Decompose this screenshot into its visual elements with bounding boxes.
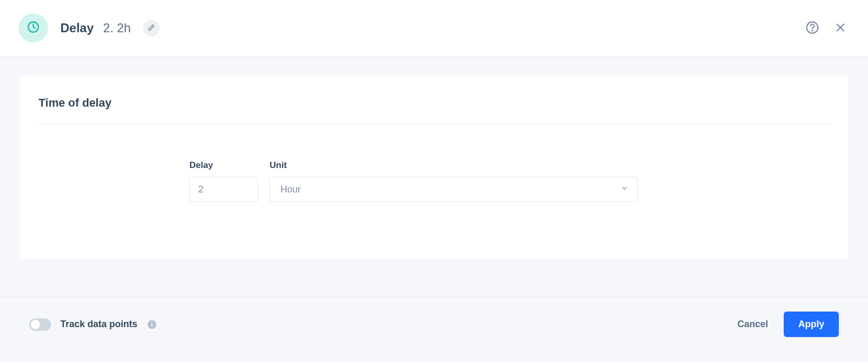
time-of-delay-card: Time of delay Delay Unit Hour: [20, 76, 848, 258]
title-wrap: Delay 2. 2h: [60, 20, 160, 36]
unit-field-group: Unit Hour: [270, 160, 638, 202]
help-button[interactable]: [806, 21, 819, 36]
form-row: Delay Unit Hour: [189, 160, 829, 202]
footer-left: Track data points: [29, 318, 157, 331]
pencil-icon: [148, 24, 155, 33]
header-right: [806, 21, 847, 36]
close-icon: [834, 21, 847, 36]
unit-label: Unit: [270, 160, 638, 171]
delay-label: Delay: [189, 160, 258, 171]
toggle-thumb: [31, 320, 40, 329]
header: Delay 2. 2h: [0, 0, 868, 57]
svg-point-7: [151, 322, 152, 323]
svg-point-2: [812, 30, 812, 30]
clock-icon-badge: [19, 14, 48, 43]
page-subtitle: 2. 2h: [103, 21, 131, 35]
unit-select[interactable]: Hour: [270, 177, 638, 202]
apply-button[interactable]: Apply: [784, 312, 839, 337]
unit-select-wrap: Hour: [270, 177, 638, 202]
track-data-points-toggle[interactable]: [29, 318, 51, 331]
help-icon: [806, 21, 819, 36]
card-title: Time of delay: [39, 96, 829, 125]
close-button[interactable]: [834, 21, 847, 36]
edit-title-button[interactable]: [143, 20, 160, 36]
clock-icon: [27, 20, 40, 36]
cancel-button[interactable]: Cancel: [737, 319, 768, 330]
header-left: Delay 2. 2h: [19, 14, 160, 43]
delay-input[interactable]: [189, 177, 258, 202]
footer: Track data points Cancel Apply: [0, 296, 868, 362]
track-data-points-label: Track data points: [60, 319, 137, 330]
unit-select-value: Hour: [280, 184, 301, 195]
delay-field-group: Delay: [189, 160, 258, 202]
footer-right: Cancel Apply: [737, 312, 839, 337]
svg-rect-6: [151, 324, 152, 327]
info-icon[interactable]: [147, 319, 157, 330]
main-area: Time of delay Delay Unit Hour: [0, 57, 868, 299]
page-title: Delay: [60, 21, 94, 35]
